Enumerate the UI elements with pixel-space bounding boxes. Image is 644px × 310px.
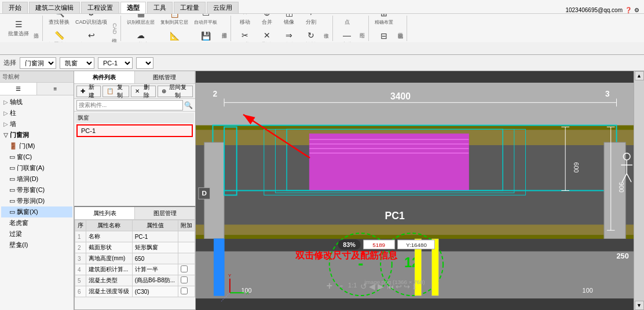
- tree-item-niche[interactable]: 壁龛(I): [1, 239, 72, 250]
- trim-icon: ✂: [239, 30, 251, 40]
- cad-viewer[interactable]: 2 3 3400: [196, 71, 634, 310]
- btn-copy[interactable]: 📋 复制: [103, 86, 129, 97]
- tree-item-bay-window[interactable]: ▭ 飘窗(X): [1, 206, 72, 217]
- btn-restore-cad[interactable]: ↩ 还原CAD: [73, 28, 109, 42]
- btn-length-mark[interactable]: 📐 长度标注: [158, 28, 191, 42]
- settings-icon[interactable]: ⚙: [634, 7, 639, 13]
- property-table: 序 属性名称 属性值 附加 1 名称 PC-1 2 截面形: [75, 220, 195, 297]
- table-row: 4 建筑面积计算... 计算一半: [75, 264, 195, 275]
- tab-quantity[interactable]: 工程量: [174, 2, 206, 13]
- tree-view-btn[interactable]: ☰: [0, 83, 37, 95]
- tree-item-tiger-window[interactable]: 老虎窗: [1, 217, 72, 228]
- btn-delete[interactable]: ✕ 删除: [257, 28, 277, 42]
- tab-cloud[interactable]: 云应用: [207, 2, 239, 13]
- table-row: 3 离地高度(mm) 650: [75, 253, 195, 264]
- mirror-icon: ◫: [283, 14, 295, 18]
- tree-item-strip-window[interactable]: ▭ 带形窗(C): [1, 184, 72, 195]
- btn-precise-place[interactable]: ⊞ 精确布置: [372, 14, 396, 28]
- btn-set-scale[interactable]: 📏 设置比例: [46, 28, 72, 42]
- tree-item-lintel[interactable]: 过梁: [1, 228, 72, 239]
- prop-checkbox-5[interactable]: [181, 276, 188, 283]
- component-item-pc1[interactable]: PC-1: [76, 124, 193, 137]
- tree-item-door[interactable]: 🚪 门(M): [1, 141, 72, 152]
- btn-offset[interactable]: ⇒ 偏移: [279, 28, 299, 42]
- btn-rotate[interactable]: ↻ 旋转: [301, 28, 321, 42]
- tree-item-wall[interactable]: ▷ 墙: [1, 119, 72, 130]
- btn-identify-layer[interactable]: ▦ 识别模层左层: [125, 14, 157, 28]
- search-icon[interactable]: 🔍: [184, 101, 193, 109]
- dropdown-extra[interactable]: [136, 57, 153, 69]
- group-general: ▦ 识别模层左层 ☁ 云检查 📋 复制到其它层 📐 长度标注: [122, 16, 231, 41]
- tree-item-label: 带形洞(D): [17, 197, 45, 205]
- btn-mirror[interactable]: ◫ 镜像: [279, 14, 299, 28]
- scroll-up-btn[interactable]: ▲: [635, 71, 644, 80]
- help-icon[interactable]: ❓: [625, 7, 632, 13]
- btn-cloud-check[interactable]: ☁ 云检查: [125, 28, 157, 42]
- dropdown-type[interactable]: 凯窗: [60, 57, 94, 69]
- btn-batch-select[interactable]: ☰ 批量选择: [6, 17, 31, 39]
- prop-extra-2: [178, 242, 195, 253]
- dropdown-component[interactable]: PC-1: [98, 57, 133, 69]
- tab-building-edit[interactable]: 建筑二次编辑: [29, 2, 80, 13]
- btn-move[interactable]: ↔ 移动: [235, 14, 255, 28]
- tab-selection[interactable]: 选型: [120, 2, 146, 13]
- btn-copy-to-layer[interactable]: 📋 复制到其它层: [158, 14, 191, 28]
- prop-value-1[interactable]: PC-1: [132, 231, 178, 242]
- tab-layer-mgmt[interactable]: 图层管理: [135, 207, 195, 219]
- component-name: PC-1: [81, 127, 96, 134]
- btn-del[interactable]: ✕ 删除: [131, 86, 155, 97]
- tab-properties[interactable]: 属性列表: [75, 207, 135, 219]
- copy-layer-icon: 📋: [169, 14, 180, 19]
- tree-item-axis[interactable]: ▷ 轴线: [1, 97, 72, 108]
- btn-line[interactable]: — 直线: [336, 28, 357, 42]
- tab-tools[interactable]: 工具: [147, 2, 173, 13]
- btn-fixed-save[interactable]: 💾 固定存盘: [192, 28, 219, 42]
- svg-text:100: 100: [583, 287, 593, 294]
- btn-new[interactable]: ✚ 新建: [76, 86, 101, 97]
- btn-smart-place[interactable]: ⊟ 智能布置: [372, 28, 396, 42]
- tab-project-settings[interactable]: 工程设置: [81, 2, 119, 13]
- tab-component-list[interactable]: 构件列表: [74, 71, 135, 83]
- btn-pick-component[interactable]: ⊕ 拾取构件: [6, 14, 31, 17]
- btn-split[interactable]: ✦ 分割: [301, 14, 321, 28]
- tree-item-window[interactable]: ▽ 门窗洞: [1, 130, 72, 141]
- tree-item-wall-hole[interactable]: ▭ 墙洞(D): [1, 174, 72, 184]
- mid-toolbar: ✚ 新建 📋 复制 ✕ 删除 ⊕ 层间复制: [74, 84, 195, 99]
- btn-cad-options[interactable]: ⚙ CAD识别选项: [73, 14, 109, 28]
- btn-point[interactable]: • 点: [336, 14, 357, 28]
- btn-layer-select[interactable]: ≡ 按层选择: [6, 40, 31, 43]
- tab-start[interactable]: 开始: [2, 2, 28, 13]
- btn-auto-open[interactable]: ▭ 自动开平板: [192, 14, 219, 28]
- prop-value-6[interactable]: (C30): [132, 286, 178, 297]
- prop-extra-6: [178, 286, 195, 297]
- dropdown-category[interactable]: 门窗洞: [20, 57, 56, 69]
- main-area: 导航树 ☰ ≡ ▷ 轴线 ▷ 柱 ▷ 墙 ▽ 门窗洞 🚪: [0, 71, 644, 310]
- scroll-down-btn[interactable]: ▼: [635, 301, 644, 310]
- cad-drawing: 2 3 3400: [196, 71, 634, 310]
- tree-list-btn[interactable]: ≡: [37, 83, 74, 95]
- tab-drawing-mgmt[interactable]: 图纸管理: [135, 71, 196, 83]
- nav-tree: ▷ 轴线 ▷ 柱 ▷ 墙 ▽ 门窗洞 🚪 门(M) ▭ 窗(C): [0, 95, 74, 310]
- btn-find-replace[interactable]: 🔍 查找替换: [46, 14, 72, 28]
- del-icon: ✕: [135, 88, 140, 94]
- prop-checkbox-4[interactable]: [181, 265, 188, 272]
- btn-layer-copy[interactable]: ⊕ 层间复制: [158, 86, 193, 97]
- tree-icon: ▭: [9, 186, 15, 194]
- right-scrollbar[interactable]: ▲ ▼: [634, 71, 644, 310]
- btn-trim[interactable]: ✂ 修剪: [235, 28, 255, 42]
- tree-item-strip-hole[interactable]: ▭ 带形洞(D): [1, 195, 72, 206]
- prop-value-4[interactable]: 计算一半: [132, 264, 178, 275]
- prop-value-2[interactable]: 矩形飘窗: [132, 242, 178, 253]
- component-category-label: 飘窗: [75, 113, 194, 123]
- btn-merge[interactable]: ⊕ 合并: [257, 14, 277, 28]
- prop-checkbox-6[interactable]: [181, 287, 188, 294]
- tree-item-door-window[interactable]: ▭ 门联窗(A): [1, 163, 72, 174]
- search-input[interactable]: [76, 100, 183, 110]
- prop-value-5[interactable]: (商品B6-B8防...: [132, 275, 178, 286]
- prop-value-3[interactable]: 650: [132, 253, 178, 264]
- group-select: ⊕ 拾取构件 ☰ 批量选择 ≡ 按层选择 选择: [3, 16, 43, 41]
- tree-item-window-c[interactable]: ▭ 窗(C): [1, 152, 72, 163]
- tree-item-column[interactable]: ▷ 柱: [1, 108, 72, 119]
- row-seq-4: 4: [75, 264, 86, 275]
- restore-icon: ↩: [86, 30, 97, 40]
